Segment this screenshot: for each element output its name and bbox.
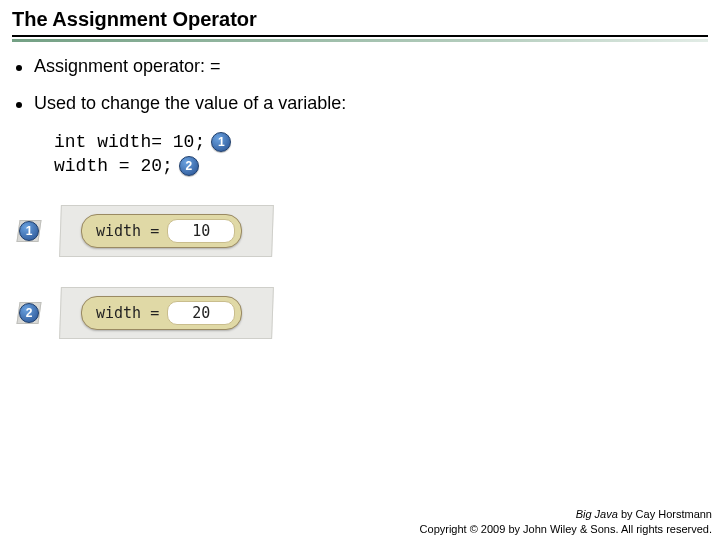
title-accent-bar	[12, 39, 708, 42]
code-marker-2-icon: 2	[179, 156, 199, 176]
code-block: int width= 10; 1 width = 20; 2	[54, 130, 708, 179]
diagram-row-2: 2 width = 20	[18, 287, 708, 339]
code-text-1: int width= 10;	[54, 130, 205, 154]
slide: The Assignment Operator Assignment opera…	[0, 0, 720, 339]
variable-diagram: 1 width = 10 2 width = 20	[18, 205, 708, 339]
diagram-row-1: 1 width = 10	[18, 205, 708, 257]
variable-box-2: width = 20	[81, 296, 242, 330]
var-box-wrapper-1: width = 10	[59, 205, 274, 257]
bullet-1-text: Assignment operator: =	[34, 56, 221, 77]
variable-value-1: 10	[167, 219, 235, 243]
footer-line-1: Big Java by Cay Horstmann	[420, 507, 712, 521]
diagram-marker-1: 1	[18, 220, 40, 242]
code-marker-1-icon: 1	[211, 132, 231, 152]
diagram-marker-2: 2	[18, 302, 40, 324]
slide-title: The Assignment Operator	[12, 8, 708, 37]
code-line-1: int width= 10; 1	[54, 130, 708, 154]
variable-label-2: width =	[96, 304, 159, 322]
footer-author: by Cay Horstmann	[618, 508, 712, 520]
variable-label-1: width =	[96, 222, 159, 240]
footer-book-title: Big Java	[576, 508, 618, 520]
footer-copyright: Copyright © 2009 by John Wiley & Sons. A…	[420, 522, 712, 536]
var-box-wrapper-2: width = 20	[59, 287, 274, 339]
bullet-2: Used to change the value of a variable:	[12, 93, 708, 114]
bullet-dot-icon	[16, 65, 22, 71]
marker-circle-icon: 2	[19, 303, 39, 323]
bullet-1: Assignment operator: =	[12, 56, 708, 77]
bullet-dot-icon	[16, 102, 22, 108]
marker-circle-icon: 1	[19, 221, 39, 241]
footer: Big Java by Cay Horstmann Copyright © 20…	[420, 507, 712, 536]
variable-value-2: 20	[167, 301, 235, 325]
code-text-2: width = 20;	[54, 154, 173, 178]
bullet-2-text: Used to change the value of a variable:	[34, 93, 346, 114]
code-line-2: width = 20; 2	[54, 154, 708, 178]
variable-box-1: width = 10	[81, 214, 242, 248]
